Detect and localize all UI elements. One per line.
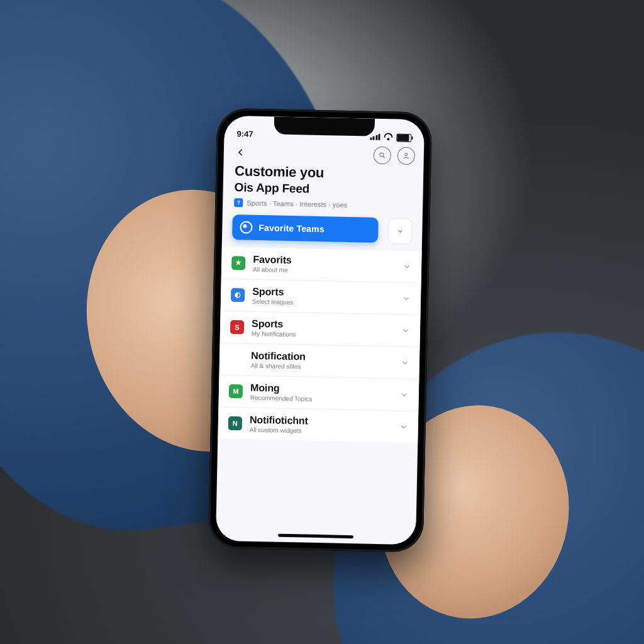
list-item[interactable]: ◐SportsSelect leagues [221, 278, 421, 314]
list-item[interactable]: MMoingRecommended Topics [218, 374, 419, 411]
cta-label: Favorite Teams [258, 223, 325, 234]
list-item[interactable]: NotificationAll & shared stiles [219, 342, 419, 379]
scene: 9:47 [0, 0, 644, 644]
back-button[interactable] [233, 144, 250, 161]
cta-expand-button[interactable] [388, 218, 413, 245]
status-time: 9:47 [236, 129, 253, 139]
list-item-body: FavoritsAll about me [253, 253, 396, 275]
list-item-icon [230, 352, 243, 366]
phone-notch [274, 116, 375, 136]
settings-list: ★FavoritsAll about me◐SportsSelect leagu… [218, 245, 421, 443]
battery-icon [396, 133, 411, 142]
list-item[interactable]: NNotifiotichntAll custom widgets [218, 406, 418, 443]
list-item-body: SportsSelect leagues [252, 286, 395, 308]
search-button[interactable] [374, 147, 392, 165]
list-item-body: SportsMy Notifications [252, 318, 394, 340]
chevron-left-icon [236, 148, 245, 157]
list-item[interactable]: ★FavoritsAll about me [221, 247, 422, 282]
svg-point-1 [405, 153, 408, 156]
cta-row: Favorite Teams [222, 206, 423, 250]
status-indicators [370, 133, 412, 142]
list-item-icon: N [228, 416, 242, 430]
list-item-icon: M [229, 384, 243, 398]
nav-bar [224, 138, 425, 167]
list-item[interactable]: SSportsMy Notifications [220, 310, 421, 347]
list-item-icon: ◐ [231, 288, 245, 302]
chevron-down-icon [396, 227, 404, 235]
svg-point-0 [380, 153, 384, 157]
wifi-icon [384, 133, 392, 142]
chevron-down-icon [402, 294, 411, 303]
list-item-icon: S [230, 320, 244, 334]
list-item-icon: ★ [231, 256, 245, 270]
chevron-down-icon [401, 358, 409, 367]
search-icon [379, 152, 386, 159]
person-icon [402, 152, 410, 160]
info-badge-icon: ? [234, 198, 243, 207]
list-item-body: NotificationAll & shared stiles [251, 350, 394, 372]
target-icon [240, 221, 252, 233]
nav-actions [374, 147, 416, 165]
chevron-down-icon [401, 326, 410, 335]
phone-screen: 9:47 [216, 116, 425, 545]
profile-button[interactable] [397, 147, 416, 165]
signal-icon [370, 134, 380, 140]
chevron-down-icon [400, 390, 409, 399]
chevron-down-icon [399, 422, 408, 431]
list-item-body: MoingRecommended Topics [250, 382, 393, 404]
list-item-body: NotifiotichntAll custom widgets [250, 414, 392, 436]
home-indicator[interactable] [278, 534, 353, 539]
chevron-down-icon [402, 262, 411, 270]
favorite-teams-button[interactable]: Favorite Teams [232, 214, 379, 243]
phone-frame: 9:47 [208, 108, 433, 552]
